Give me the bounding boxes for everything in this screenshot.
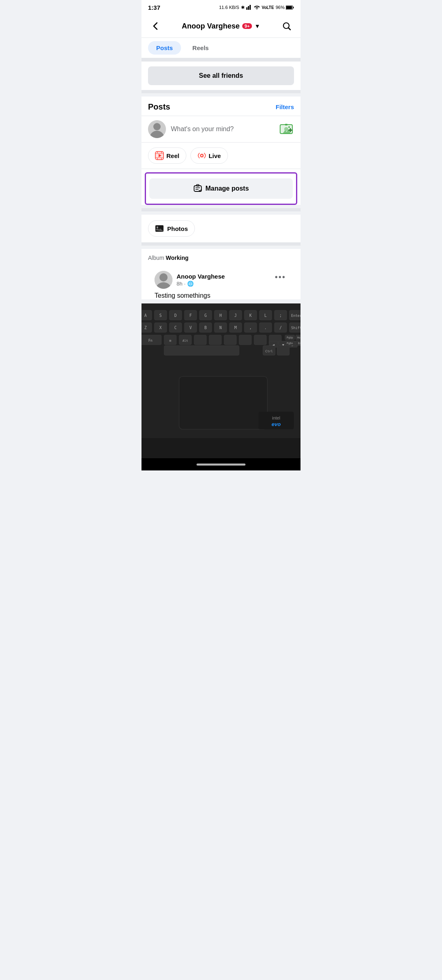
post-visibility-icon: 🌐 <box>187 281 194 287</box>
photos-section: Photos <box>141 215 301 242</box>
svg-text:M: M <box>234 325 237 330</box>
whats-on-mind-input[interactable]: What's on your mind? <box>166 125 278 133</box>
svg-text:J: J <box>234 313 237 318</box>
see-all-friends-button[interactable]: See all friends <box>148 66 294 85</box>
svg-rect-5 <box>293 7 294 9</box>
header-title-area: Anoop Varghese 9+ ▼ <box>163 22 279 31</box>
svg-text:intel: intel <box>272 415 280 420</box>
svg-text:F: F <box>189 313 192 318</box>
post-user-details: Anoop Varghese 8h · 🌐 <box>177 273 225 287</box>
svg-text:A: A <box>144 313 147 318</box>
photo-add-icon[interactable] <box>278 121 294 137</box>
signal-icon <box>246 4 252 11</box>
album-section: Album Working Anoop Varghese 8h · <box>141 249 301 299</box>
status-icons: 11.6 KB/S ✱ VoLTE 96% <box>219 4 294 11</box>
svg-text:B: B <box>204 325 207 330</box>
svg-point-9 <box>153 123 161 130</box>
svg-rect-30 <box>197 185 199 186</box>
svg-text:PgDn: PgDn <box>287 342 293 345</box>
photos-button[interactable]: Photos <box>148 220 195 237</box>
wifi-icon <box>254 4 260 10</box>
post-avatar <box>155 271 172 289</box>
composer-avatar <box>148 120 166 138</box>
manage-posts-button[interactable]: Manage posts <box>149 178 293 199</box>
manage-posts-highlight: Manage posts <box>145 172 297 205</box>
svg-rect-112 <box>179 376 267 429</box>
post-username: Anoop Varghese <box>177 273 225 280</box>
svg-text:X: X <box>159 325 162 330</box>
svg-text:,: , <box>250 325 252 330</box>
svg-rect-86 <box>209 335 221 345</box>
svg-text:Shift: Shift <box>291 326 301 330</box>
post-more-options-button[interactable]: ••• <box>273 271 287 283</box>
album-label: Album Working <box>148 255 294 261</box>
live-label: Live <box>209 152 221 159</box>
svg-text:Home: Home <box>297 336 301 339</box>
svg-text:L: L <box>264 313 267 318</box>
post-content: Testing somethings <box>155 292 287 299</box>
svg-text:V: V <box>189 325 192 330</box>
tab-posts[interactable]: Posts <box>148 41 181 55</box>
svg-text:S: S <box>159 313 162 318</box>
svg-rect-0 <box>246 7 248 10</box>
svg-rect-87 <box>224 335 236 345</box>
svg-text:Z: Z <box>144 325 147 330</box>
svg-rect-13 <box>285 124 287 125</box>
section-divider-2 <box>141 90 301 93</box>
svg-text:N: N <box>219 325 222 330</box>
svg-text:.: . <box>264 325 267 330</box>
svg-text:Fn: Fn <box>148 338 152 343</box>
album-name: Working <box>166 255 189 261</box>
svg-rect-20 <box>155 153 164 154</box>
dropdown-arrow-icon[interactable]: ▼ <box>254 23 260 29</box>
see-all-friends-section: See all friends <box>141 62 301 90</box>
bottom-bar <box>141 458 301 470</box>
svg-rect-6 <box>286 6 292 9</box>
svg-rect-21 <box>155 157 164 158</box>
svg-point-8 <box>150 131 164 138</box>
post-card-header: Anoop Varghese 8h · 🌐 ••• <box>155 266 287 292</box>
svg-rect-100 <box>164 345 239 355</box>
svg-rect-85 <box>194 335 206 345</box>
svg-text:K: K <box>250 313 252 318</box>
live-button[interactable]: Live <box>190 147 228 164</box>
svg-text:Ctrl: Ctrl <box>265 349 273 353</box>
post-time: 8h <box>177 281 182 287</box>
notification-badge: 9+ <box>242 23 252 29</box>
bluetooth-icon: ✱ <box>241 5 245 10</box>
svg-rect-1 <box>248 6 249 10</box>
svg-point-14 <box>288 126 290 128</box>
post-card: Anoop Varghese 8h · 🌐 ••• Testing someth… <box>148 266 294 299</box>
reel-button[interactable]: Reel <box>148 147 186 164</box>
reel-label: Reel <box>166 152 179 159</box>
svg-text:⊞: ⊞ <box>169 339 171 343</box>
network-speed: 11.6 KB/S <box>219 5 239 10</box>
section-divider-3 <box>141 208 301 211</box>
svg-rect-24 <box>157 158 158 160</box>
filters-button[interactable]: Filters <box>276 103 294 110</box>
svg-text:C: C <box>175 325 177 330</box>
svg-text:/: / <box>279 325 282 330</box>
back-button[interactable] <box>148 19 163 33</box>
status-bar: 1:37 11.6 KB/S ✱ VoLTE 96% <box>141 0 301 15</box>
svg-point-3 <box>256 9 257 10</box>
svg-rect-23 <box>161 152 162 153</box>
svg-rect-102 <box>277 345 289 355</box>
svg-rect-89 <box>254 335 266 345</box>
svg-text:PgUp: PgUp <box>287 336 293 339</box>
tab-reels[interactable]: Reels <box>184 41 217 55</box>
svg-rect-25 <box>161 158 162 160</box>
photos-label: Photos <box>167 225 188 232</box>
svg-rect-2 <box>250 5 251 10</box>
section-divider-1 <box>141 58 301 62</box>
manage-posts-label: Manage posts <box>206 185 249 192</box>
battery-icon: 96% <box>276 5 294 10</box>
status-time: 1:37 <box>148 4 160 11</box>
posts-section-title: Posts <box>148 102 170 112</box>
tabs-container: Posts Reels <box>141 38 301 58</box>
posts-header: Posts Filters <box>141 97 301 116</box>
search-button[interactable] <box>279 19 294 33</box>
svg-point-35 <box>159 273 168 281</box>
volte-icon: VoLTE <box>262 5 274 10</box>
svg-rect-22 <box>157 152 158 153</box>
